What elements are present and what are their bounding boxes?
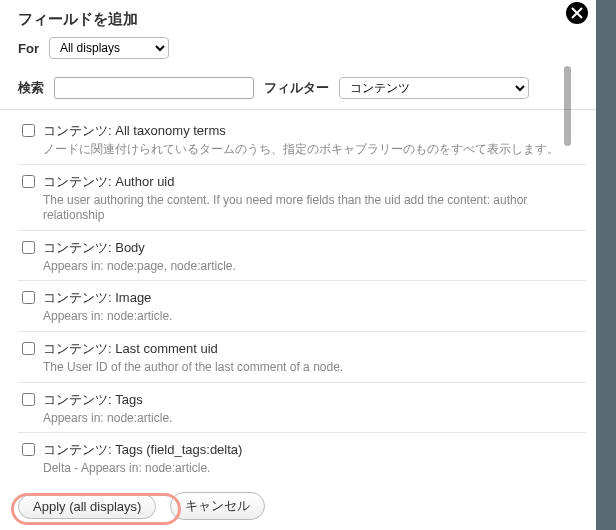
for-row: For All displays (18, 37, 578, 59)
field-title: コンテンツ: All taxonomy terms (43, 122, 582, 140)
field-checkbox[interactable] (22, 342, 35, 355)
field-item[interactable]: コンテンツ: Author uid The user authoring the… (18, 164, 586, 230)
field-item[interactable]: コンテンツ: Tags Appears in: node:article. (18, 382, 586, 433)
for-label: For (18, 41, 39, 56)
field-item[interactable]: コンテンツ: Image Appears in: node:article. (18, 280, 586, 331)
field-desc: Delta - Appears in: node:article. (43, 461, 582, 477)
for-select[interactable]: All displays (49, 37, 169, 59)
field-desc: The user authoring the content. If you n… (43, 193, 582, 224)
field-item[interactable]: コンテンツ: All taxonomy terms ノードに関連付けられているタ… (18, 114, 586, 164)
scrollbar-track[interactable] (566, 56, 574, 498)
field-title: コンテンツ: Body (43, 239, 582, 257)
search-label: 検索 (18, 79, 44, 97)
field-desc: Appears in: node:article. (43, 411, 582, 427)
field-item[interactable]: コンテンツ: Last comment uid The User ID of t… (18, 331, 586, 382)
field-checkbox[interactable] (22, 393, 35, 406)
search-filter-row: 検索 フィルター コンテンツ (0, 77, 596, 110)
filter-label: フィルター (264, 79, 329, 97)
close-button[interactable] (566, 2, 588, 24)
dialog-header: フィールドを追加 For All displays (0, 0, 596, 77)
field-title: コンテンツ: Image (43, 289, 582, 307)
field-checkbox[interactable] (22, 241, 35, 254)
field-desc: The User ID of the author of the last co… (43, 360, 582, 376)
field-desc: Appears in: node:article. (43, 309, 582, 325)
field-item[interactable]: コンテンツ: Tags (field_tags:delta) Delta - A… (18, 432, 586, 482)
field-checkbox[interactable] (22, 443, 35, 456)
field-checkbox[interactable] (22, 175, 35, 188)
apply-button[interactable]: Apply (all displays) (18, 494, 156, 519)
field-desc: Appears in: node:page, node:article. (43, 259, 582, 275)
field-checkbox[interactable] (22, 124, 35, 137)
dialog-footer: Apply (all displays) キャンセル (0, 484, 596, 530)
field-checkbox[interactable] (22, 291, 35, 304)
cancel-button[interactable]: キャンセル (170, 492, 265, 520)
field-desc: ノードに関連付けられているタームのうち、指定のボキャブラリーのものをすべて表示し… (43, 142, 582, 158)
search-input[interactable] (54, 77, 254, 99)
field-title: コンテンツ: Last comment uid (43, 340, 582, 358)
filter-select[interactable]: コンテンツ (339, 77, 529, 99)
field-title: コンテンツ: Author uid (43, 173, 582, 191)
fields-list[interactable]: コンテンツ: All taxonomy terms ノードに関連付けられているタ… (0, 110, 596, 482)
field-title: コンテンツ: Tags (field_tags:delta) (43, 441, 582, 459)
close-icon (571, 7, 583, 19)
field-item[interactable]: コンテンツ: Body Appears in: node:page, node:… (18, 230, 586, 281)
right-edge-strip (596, 0, 616, 530)
dialog-title: フィールドを追加 (18, 10, 578, 29)
scrollbar-thumb[interactable] (564, 66, 571, 146)
add-fields-dialog: フィールドを追加 For All displays 検索 フィルター コンテンツ… (0, 0, 596, 530)
field-title: コンテンツ: Tags (43, 391, 582, 409)
